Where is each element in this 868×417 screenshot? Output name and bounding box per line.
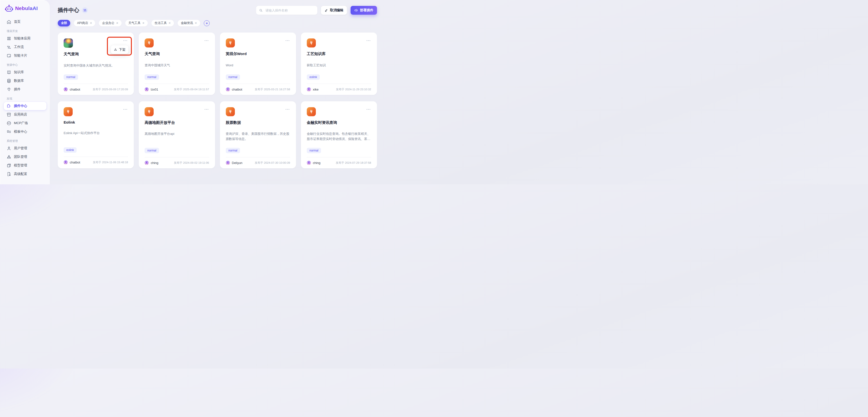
plugin-description: Word <box>226 63 290 68</box>
edit-pencil-icon <box>324 8 328 12</box>
filter-chip-weather-tools[interactable]: 天气工具✕ <box>125 20 148 26</box>
sidebar-item-mcp-plaza[interactable]: MCP MCP广场 <box>4 119 46 127</box>
card-icon <box>7 53 11 58</box>
plugin-description: 查询沪深、香港、美国股市行情数据，历史股票数据等信息。 <box>226 131 290 142</box>
plugin-card[interactable]: 下架 金融实时资讯查询 金融行业实时信息查询。包含银行政策相关、股市证券期货实时… <box>301 101 377 169</box>
plugin-card[interactable]: 下架 天气查询 实时查询中国各大城市的天气情况。 normal chatbot … <box>58 33 134 95</box>
plugin-title: Eolink <box>64 120 128 125</box>
sidebar-item-label: 智能卡片 <box>14 53 27 58</box>
search-input[interactable] <box>265 8 314 12</box>
card-more-menu-button[interactable] <box>365 108 372 111</box>
sidebar-item-label: 首页 <box>14 20 21 24</box>
card-more-menu-button[interactable] <box>203 39 210 42</box>
sidebar-item-workflow[interactable]: 工作流 <box>4 43 46 51</box>
sidebar-item-label: 插件中心 <box>14 104 27 108</box>
sidebar-item-smart-cards[interactable]: 智能卡片 <box>4 51 46 60</box>
avatar <box>64 87 68 92</box>
team-icon <box>7 155 11 159</box>
card-more-menu-button[interactable] <box>284 108 291 111</box>
publish-date: 发布于 2025-09-09 17:20:09 <box>93 88 128 91</box>
main-content: 插件中心 11 取消编辑 部署插件 全部 API商店✕ 企业办公✕ 天气工具✕ … <box>50 0 383 184</box>
sidebar-item-plugin-center[interactable]: 插件中心 <box>4 102 46 110</box>
card-more-menu-button[interactable] <box>203 108 210 111</box>
sidebar-item-template-center[interactable]: 模板中心 <box>4 127 46 136</box>
card-more-menu-button[interactable] <box>122 39 128 42</box>
author-name: lzx01 <box>151 88 158 91</box>
card-footer: chatbot 发布于 2025-03-21 16:27:58 <box>226 84 290 95</box>
sidebar-section-system: 系统管理 <box>7 139 46 143</box>
remove-chip-icon[interactable]: ✕ <box>143 22 145 25</box>
card-more-menu-button[interactable] <box>365 39 372 42</box>
plugin-card[interactable]: 下架 Eolink Eolink Api一站式协作平台 eolink chatb… <box>58 101 134 169</box>
card-context-menu-item-take-down[interactable]: 下架 <box>111 45 128 54</box>
cube-icon <box>7 163 11 168</box>
filter-chip-row: 全部 API商店✕ 企业办公✕ 天气工具✕ 生活工具✕ 金融资讯✕ + <box>58 20 377 26</box>
author-name: chatbot <box>70 88 80 91</box>
plugin-card[interactable]: 下架 高德地图开放平台 高德地图开放平台api normal ching 发布于… <box>139 101 215 169</box>
sidebar-item-agent-apps[interactable]: 智能体应用 <box>4 34 46 42</box>
store-icon <box>7 112 11 117</box>
template-icon <box>7 129 11 134</box>
plugin-author: ching <box>307 161 320 165</box>
sidebar-item-team-management[interactable]: 团队管理 <box>4 153 46 161</box>
plugin-card[interactable]: 下架 股票数据 查询沪深、香港、美国股市行情数据，历史股票数据等信息。 norm… <box>220 101 296 169</box>
sidebar-item-knowledge-base[interactable]: 知识库 <box>4 68 46 76</box>
sidebar-item-label: 插件 <box>14 87 21 92</box>
sidebar-item-label: 团队管理 <box>14 155 27 159</box>
sidebar: NebulaAI 首页 项目开发 智能体应用 工作流 智能卡片 资源中心 知识库… <box>0 0 50 184</box>
plugin-card[interactable]: 下架 英得尔Word Word normal chatbot 发布于 2025-… <box>220 33 296 95</box>
author-name: ching <box>313 161 320 165</box>
puzzle-icon <box>7 104 11 109</box>
sidebar-item-user-management[interactable]: 用户管理 <box>4 144 46 152</box>
sidebar-section-discover: 发现 <box>7 97 46 100</box>
card-more-menu-button[interactable] <box>284 39 291 42</box>
author-name: xike <box>313 88 318 91</box>
plugin-description: Eolink Api一站式协作平台 <box>64 130 128 141</box>
deploy-plugin-button[interactable]: 部署插件 <box>350 6 377 15</box>
avatar <box>226 161 230 165</box>
plugin-tag-badge: normal <box>145 75 159 80</box>
plugin-author: chatbot <box>64 160 80 165</box>
brand-logo[interactable]: NebulaAI <box>4 4 46 12</box>
remove-chip-icon[interactable]: ✕ <box>168 22 171 25</box>
filter-chip-api-store[interactable]: API商店✕ <box>74 20 95 26</box>
cancel-edit-button[interactable]: 取消编辑 <box>321 6 347 15</box>
robot-logo-icon <box>5 4 13 12</box>
plugin-tile-plug-icon <box>145 38 154 48</box>
plugin-card[interactable]: 下架 天气查询 查询中国城市天气 normal lzx01 发布于 2025-0… <box>139 33 215 95</box>
sidebar-item-label: 数据库 <box>14 79 24 83</box>
avatar <box>307 87 311 92</box>
avatar <box>64 160 68 165</box>
add-filter-button[interactable]: + <box>204 20 210 26</box>
remove-chip-icon[interactable]: ✕ <box>116 22 118 25</box>
card-more-menu-button[interactable] <box>122 108 128 111</box>
svg-text:MCP: MCP <box>8 123 10 124</box>
author-name: ching <box>151 161 158 165</box>
sidebar-item-database[interactable]: 数据库 <box>4 77 46 85</box>
home-icon <box>7 20 11 24</box>
plugin-description: 高德地图开放平台api <box>145 131 209 142</box>
page-header: 插件中心 11 取消编辑 部署插件 <box>58 6 377 15</box>
card-footer: chatbot 发布于 2025-09-09 17:20:09 <box>64 84 128 95</box>
plugin-card[interactable]: 下架 工艺知识库 获取工艺知识 eolink xike 发布于 2024-11-… <box>301 33 377 95</box>
plugin-tile-plug-icon <box>307 107 316 116</box>
remove-chip-icon[interactable]: ✕ <box>90 22 92 25</box>
sidebar-item-advanced-config[interactable]: 高级配置 <box>4 170 46 178</box>
filter-chip-all[interactable]: 全部 <box>58 20 70 26</box>
sidebar-item-model-management[interactable]: 模型管理 <box>4 161 46 170</box>
author-name: chatbot <box>70 160 80 164</box>
plugin-tile-plug-icon <box>64 107 73 116</box>
sidebar-item-plugins[interactable]: 插件 <box>4 85 46 93</box>
sidebar-item-app-store[interactable]: 应用商店 <box>4 110 46 119</box>
sidebar-item-home[interactable]: 首页 <box>4 18 46 26</box>
plugin-count-badge: 11 <box>82 7 88 13</box>
filter-chip-enterprise-office[interactable]: 企业办公✕ <box>99 20 121 26</box>
sidebar-item-label: MCP广场 <box>14 121 28 125</box>
filter-chip-finance-news[interactable]: 金融资讯✕ <box>178 20 200 26</box>
plugin-tag-badge: eolink <box>307 75 320 80</box>
remove-chip-icon[interactable]: ✕ <box>195 22 197 25</box>
chip-label: 全部 <box>61 21 67 25</box>
filter-chip-life-tools[interactable]: 生活工具✕ <box>151 20 174 26</box>
avatar <box>145 87 149 92</box>
sidebar-item-label: 工作流 <box>14 45 24 49</box>
